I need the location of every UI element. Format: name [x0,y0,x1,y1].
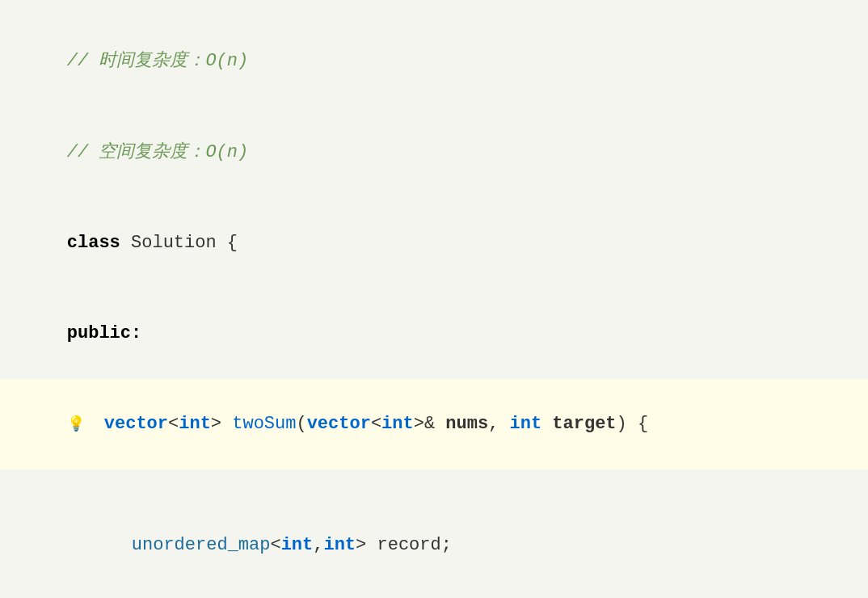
for-loop-line: for( int i = 0 ; i < nums.size() ; i ++ … [24,590,844,598]
map-val-type: int [323,535,356,555]
map-key-type: int [281,535,314,555]
access-specifier: public: [24,288,844,379]
function-name: twoSum [232,414,296,434]
param-type-2: int [510,414,542,434]
param-type-inner: int [381,414,414,434]
param-type-1: vector [307,414,371,434]
class-declaration: class Solution { [24,197,844,288]
code-editor: // 时间复杂度：O(n) // 空间复杂度：O(n) class Soluti… [0,0,868,598]
map-declaration-line: unordered_map<int,int> record; [24,499,844,590]
function-declaration-line: 💡vector<int> twoSum(vector<int>& nums, i… [0,379,868,470]
comment-line-1: // 时间复杂度：O(n) [24,16,844,107]
return-type-inner: int [179,414,211,434]
map-type: unordered_map [132,535,271,555]
param-nums: nums [445,414,488,434]
blank-line-1 [24,470,844,499]
keyword-public: public: [67,323,141,343]
bulb-icon: 💡 [67,416,85,432]
comment-line-2: // 空间复杂度：O(n) [24,107,844,197]
param-target: target [552,414,616,434]
keyword-class: class [67,233,131,253]
class-name: Solution { [131,233,238,253]
return-type: vector [104,414,168,434]
